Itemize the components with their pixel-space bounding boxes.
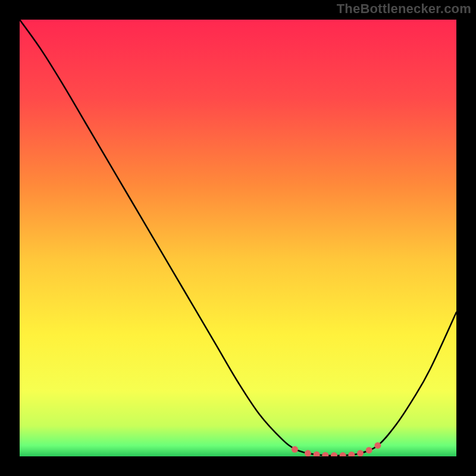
bottleneck-curve-chart (20, 20, 456, 456)
optimal-marker (357, 450, 364, 456)
optimal-marker (292, 446, 298, 453)
optimal-marker (305, 450, 311, 456)
optimal-marker (366, 447, 372, 453)
gradient-background (20, 20, 456, 456)
optimal-marker (374, 442, 381, 449)
chart-frame: TheBottlenecker.com (0, 0, 476, 476)
watermark-text: TheBottlenecker.com (337, 1, 471, 17)
